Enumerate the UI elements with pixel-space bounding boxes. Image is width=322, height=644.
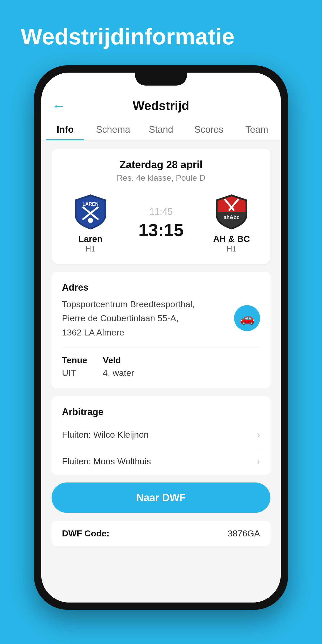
tab-team[interactable]: Team <box>233 118 281 140</box>
match-teams: LAREN Laren H1 11:45 13:15 <box>59 193 263 254</box>
score-main: 13:15 <box>138 220 184 240</box>
address-label: Adres <box>62 282 260 293</box>
veld-value: 4, water <box>103 368 134 378</box>
svg-text:LAREN: LAREN <box>82 201 99 207</box>
chevron-right-icon-2: › <box>257 456 260 467</box>
phone-screen: ← Wedstrijd Info Schema Stand Scores Tea… <box>41 73 281 603</box>
address-section: Adres Topsportcentrum Breedtesporthal,Pi… <box>52 272 270 388</box>
dwf-code-row: DWF Code: 3876GA <box>52 521 270 546</box>
tenue-item: Tenue UIT <box>62 355 87 378</box>
address-text: Topsportcentrum Breedtesporthal,Pierre d… <box>62 297 195 339</box>
dwf-code-value: 3876GA <box>228 528 260 538</box>
laren-logo: LAREN <box>72 193 109 229</box>
dwf-code-label: DWF Code: <box>62 528 109 538</box>
main-content: Zaterdag 28 april Res. 4e klasse, Poule … <box>41 141 281 603</box>
phone-frame: ← Wedstrijd Info Schema Stand Scores Tea… <box>34 65 288 610</box>
referee-1-name: Fluiten: Wilco Kleijnen <box>62 430 149 440</box>
veld-label: Veld <box>103 355 134 365</box>
app-header: ← Wedstrijd <box>41 93 281 118</box>
directions-button[interactable]: 🚗 <box>234 305 260 331</box>
away-team-name: AH & BC H1 <box>213 234 250 254</box>
arbitrage-section: Arbitrage Fluiten: Wilco Kleijnen › Flui… <box>52 396 270 475</box>
page-title: Wedstrijdinformatie <box>0 23 235 50</box>
tab-info[interactable]: Info <box>41 118 89 140</box>
referee-row-1[interactable]: Fluiten: Wilco Kleijnen › <box>62 422 260 448</box>
tenue-label: Tenue <box>62 355 87 365</box>
svg-text:ah&bc: ah&bc <box>223 214 239 220</box>
home-team: LAREN Laren H1 <box>65 193 116 254</box>
tab-stand[interactable]: Stand <box>137 118 185 140</box>
tab-schema[interactable]: Schema <box>89 118 137 140</box>
app-content: ← Wedstrijd Info Schema Stand Scores Tea… <box>41 73 281 603</box>
tenue-value: UIT <box>62 368 87 378</box>
back-button[interactable]: ← <box>52 98 66 114</box>
score-block: 11:45 13:15 <box>138 206 184 240</box>
match-card: Zaterdag 28 april Res. 4e klasse, Poule … <box>52 149 270 264</box>
tab-bar: Info Schema Stand Scores Team <box>41 118 281 141</box>
match-league: Res. 4e klasse, Poule D <box>59 173 263 183</box>
match-date: Zaterdag 28 april <box>59 159 263 171</box>
ahbc-logo: ah&bc <box>213 193 250 229</box>
dwf-button[interactable]: Naar DWF <box>52 482 270 513</box>
header-title: Wedstrijd <box>133 99 189 113</box>
time-preview: 11:45 <box>149 206 173 217</box>
referee-row-2[interactable]: Fluiten: Moos Wolthuis › <box>62 448 260 475</box>
away-team: ah&bc AH & BC H1 <box>206 193 257 254</box>
divider-1 <box>62 347 260 347</box>
home-team-name: Laren H1 <box>79 234 103 254</box>
tab-scores[interactable]: Scores <box>185 118 233 140</box>
referee-2-name: Fluiten: Moos Wolthuis <box>62 456 151 466</box>
veld-item: Veld 4, water <box>103 355 134 378</box>
car-icon: 🚗 <box>240 311 255 325</box>
address-row: Topsportcentrum Breedtesporthal,Pierre d… <box>62 297 260 339</box>
phone-notch <box>135 73 187 86</box>
svg-point-2 <box>88 218 93 223</box>
arbitrage-label: Arbitrage <box>62 407 260 417</box>
tenue-veld-row: Tenue UIT Veld 4, water <box>62 355 260 378</box>
chevron-right-icon-1: › <box>257 429 260 440</box>
